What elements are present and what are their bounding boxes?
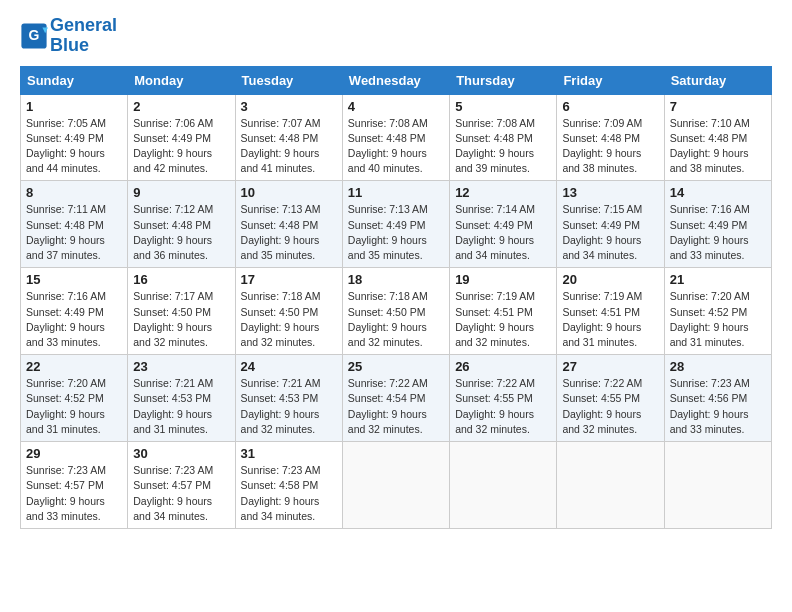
- day-detail: Sunrise: 7:14 AMSunset: 4:49 PMDaylight:…: [455, 202, 551, 263]
- calendar-cell: 26Sunrise: 7:22 AMSunset: 4:55 PMDayligh…: [450, 355, 557, 442]
- day-detail: Sunrise: 7:07 AMSunset: 4:48 PMDaylight:…: [241, 116, 337, 177]
- calendar-cell: 14Sunrise: 7:16 AMSunset: 4:49 PMDayligh…: [664, 181, 771, 268]
- calendar-cell: 24Sunrise: 7:21 AMSunset: 4:53 PMDayligh…: [235, 355, 342, 442]
- day-number: 23: [133, 359, 229, 374]
- day-detail: Sunrise: 7:20 AMSunset: 4:52 PMDaylight:…: [670, 289, 766, 350]
- day-number: 11: [348, 185, 444, 200]
- logo-subtext: Blue: [50, 36, 117, 56]
- calendar-cell: 11Sunrise: 7:13 AMSunset: 4:49 PMDayligh…: [342, 181, 449, 268]
- calendar-cell: 12Sunrise: 7:14 AMSunset: 4:49 PMDayligh…: [450, 181, 557, 268]
- weekday-header-tuesday: Tuesday: [235, 66, 342, 94]
- day-number: 15: [26, 272, 122, 287]
- day-number: 2: [133, 99, 229, 114]
- day-number: 28: [670, 359, 766, 374]
- calendar-cell: 8Sunrise: 7:11 AMSunset: 4:48 PMDaylight…: [21, 181, 128, 268]
- day-detail: Sunrise: 7:15 AMSunset: 4:49 PMDaylight:…: [562, 202, 658, 263]
- day-detail: Sunrise: 7:21 AMSunset: 4:53 PMDaylight:…: [241, 376, 337, 437]
- day-detail: Sunrise: 7:17 AMSunset: 4:50 PMDaylight:…: [133, 289, 229, 350]
- calendar-cell: 28Sunrise: 7:23 AMSunset: 4:56 PMDayligh…: [664, 355, 771, 442]
- day-detail: Sunrise: 7:18 AMSunset: 4:50 PMDaylight:…: [241, 289, 337, 350]
- svg-text:G: G: [29, 27, 40, 43]
- calendar-header-row: SundayMondayTuesdayWednesdayThursdayFrid…: [21, 66, 772, 94]
- day-detail: Sunrise: 7:05 AMSunset: 4:49 PMDaylight:…: [26, 116, 122, 177]
- day-detail: Sunrise: 7:21 AMSunset: 4:53 PMDaylight:…: [133, 376, 229, 437]
- calendar-cell: 23Sunrise: 7:21 AMSunset: 4:53 PMDayligh…: [128, 355, 235, 442]
- day-detail: Sunrise: 7:22 AMSunset: 4:54 PMDaylight:…: [348, 376, 444, 437]
- calendar-cell: 10Sunrise: 7:13 AMSunset: 4:48 PMDayligh…: [235, 181, 342, 268]
- calendar-cell: 5Sunrise: 7:08 AMSunset: 4:48 PMDaylight…: [450, 94, 557, 181]
- day-number: 1: [26, 99, 122, 114]
- calendar-cell: 21Sunrise: 7:20 AMSunset: 4:52 PMDayligh…: [664, 268, 771, 355]
- calendar-cell: 31Sunrise: 7:23 AMSunset: 4:58 PMDayligh…: [235, 442, 342, 529]
- day-number: 8: [26, 185, 122, 200]
- calendar-cell: 9Sunrise: 7:12 AMSunset: 4:48 PMDaylight…: [128, 181, 235, 268]
- day-number: 29: [26, 446, 122, 461]
- day-number: 31: [241, 446, 337, 461]
- day-detail: Sunrise: 7:12 AMSunset: 4:48 PMDaylight:…: [133, 202, 229, 263]
- day-number: 7: [670, 99, 766, 114]
- day-number: 25: [348, 359, 444, 374]
- calendar-cell: 30Sunrise: 7:23 AMSunset: 4:57 PMDayligh…: [128, 442, 235, 529]
- day-detail: Sunrise: 7:13 AMSunset: 4:49 PMDaylight:…: [348, 202, 444, 263]
- day-number: 6: [562, 99, 658, 114]
- calendar-cell: 13Sunrise: 7:15 AMSunset: 4:49 PMDayligh…: [557, 181, 664, 268]
- calendar-week-row: 15Sunrise: 7:16 AMSunset: 4:49 PMDayligh…: [21, 268, 772, 355]
- day-number: 14: [670, 185, 766, 200]
- logo-icon: G: [20, 22, 48, 50]
- day-number: 20: [562, 272, 658, 287]
- day-number: 18: [348, 272, 444, 287]
- day-number: 5: [455, 99, 551, 114]
- day-number: 13: [562, 185, 658, 200]
- day-detail: Sunrise: 7:23 AMSunset: 4:58 PMDaylight:…: [241, 463, 337, 524]
- day-number: 16: [133, 272, 229, 287]
- day-number: 3: [241, 99, 337, 114]
- day-detail: Sunrise: 7:23 AMSunset: 4:57 PMDaylight:…: [26, 463, 122, 524]
- calendar-cell: 20Sunrise: 7:19 AMSunset: 4:51 PMDayligh…: [557, 268, 664, 355]
- day-detail: Sunrise: 7:19 AMSunset: 4:51 PMDaylight:…: [455, 289, 551, 350]
- day-detail: Sunrise: 7:11 AMSunset: 4:48 PMDaylight:…: [26, 202, 122, 263]
- weekday-header-thursday: Thursday: [450, 66, 557, 94]
- day-number: 22: [26, 359, 122, 374]
- day-number: 27: [562, 359, 658, 374]
- day-number: 12: [455, 185, 551, 200]
- calendar-week-row: 1Sunrise: 7:05 AMSunset: 4:49 PMDaylight…: [21, 94, 772, 181]
- day-detail: Sunrise: 7:22 AMSunset: 4:55 PMDaylight:…: [455, 376, 551, 437]
- day-detail: Sunrise: 7:06 AMSunset: 4:49 PMDaylight:…: [133, 116, 229, 177]
- weekday-header-sunday: Sunday: [21, 66, 128, 94]
- day-detail: Sunrise: 7:18 AMSunset: 4:50 PMDaylight:…: [348, 289, 444, 350]
- day-detail: Sunrise: 7:08 AMSunset: 4:48 PMDaylight:…: [455, 116, 551, 177]
- day-number: 4: [348, 99, 444, 114]
- weekday-header-saturday: Saturday: [664, 66, 771, 94]
- calendar-cell: 27Sunrise: 7:22 AMSunset: 4:55 PMDayligh…: [557, 355, 664, 442]
- day-number: 9: [133, 185, 229, 200]
- calendar-cell: 25Sunrise: 7:22 AMSunset: 4:54 PMDayligh…: [342, 355, 449, 442]
- calendar-cell: 6Sunrise: 7:09 AMSunset: 4:48 PMDaylight…: [557, 94, 664, 181]
- day-number: 24: [241, 359, 337, 374]
- calendar-cell: 4Sunrise: 7:08 AMSunset: 4:48 PMDaylight…: [342, 94, 449, 181]
- calendar-cell: 7Sunrise: 7:10 AMSunset: 4:48 PMDaylight…: [664, 94, 771, 181]
- day-number: 21: [670, 272, 766, 287]
- calendar-cell: 22Sunrise: 7:20 AMSunset: 4:52 PMDayligh…: [21, 355, 128, 442]
- calendar-week-row: 22Sunrise: 7:20 AMSunset: 4:52 PMDayligh…: [21, 355, 772, 442]
- day-number: 10: [241, 185, 337, 200]
- calendar-cell: [342, 442, 449, 529]
- calendar-cell: 16Sunrise: 7:17 AMSunset: 4:50 PMDayligh…: [128, 268, 235, 355]
- calendar-week-row: 29Sunrise: 7:23 AMSunset: 4:57 PMDayligh…: [21, 442, 772, 529]
- calendar-cell: 1Sunrise: 7:05 AMSunset: 4:49 PMDaylight…: [21, 94, 128, 181]
- calendar-table: SundayMondayTuesdayWednesdayThursdayFrid…: [20, 66, 772, 529]
- day-detail: Sunrise: 7:23 AMSunset: 4:56 PMDaylight:…: [670, 376, 766, 437]
- weekday-header-wednesday: Wednesday: [342, 66, 449, 94]
- calendar-cell: 15Sunrise: 7:16 AMSunset: 4:49 PMDayligh…: [21, 268, 128, 355]
- day-detail: Sunrise: 7:10 AMSunset: 4:48 PMDaylight:…: [670, 116, 766, 177]
- day-detail: Sunrise: 7:22 AMSunset: 4:55 PMDaylight:…: [562, 376, 658, 437]
- day-detail: Sunrise: 7:23 AMSunset: 4:57 PMDaylight:…: [133, 463, 229, 524]
- weekday-header-monday: Monday: [128, 66, 235, 94]
- calendar-cell: [450, 442, 557, 529]
- day-number: 19: [455, 272, 551, 287]
- day-detail: Sunrise: 7:16 AMSunset: 4:49 PMDaylight:…: [670, 202, 766, 263]
- calendar-cell: 19Sunrise: 7:19 AMSunset: 4:51 PMDayligh…: [450, 268, 557, 355]
- day-detail: Sunrise: 7:08 AMSunset: 4:48 PMDaylight:…: [348, 116, 444, 177]
- logo-text: General: [50, 16, 117, 36]
- calendar-week-row: 8Sunrise: 7:11 AMSunset: 4:48 PMDaylight…: [21, 181, 772, 268]
- day-detail: Sunrise: 7:09 AMSunset: 4:48 PMDaylight:…: [562, 116, 658, 177]
